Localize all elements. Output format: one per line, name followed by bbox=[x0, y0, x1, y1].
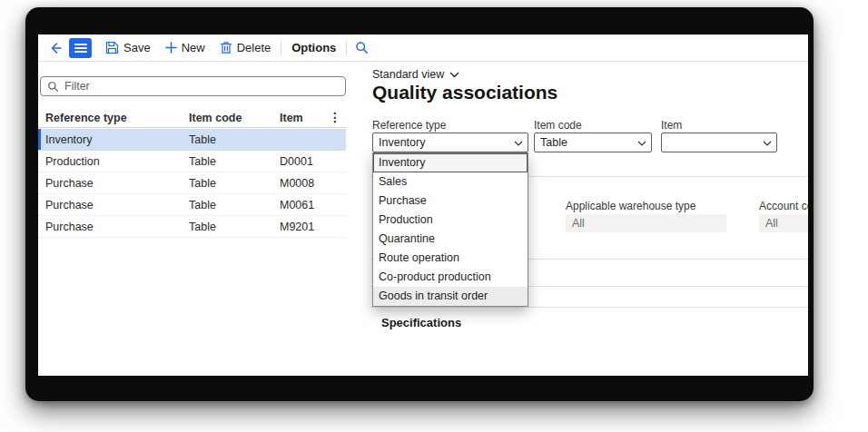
table-row[interactable]: Production Table D0001 bbox=[38, 151, 346, 172]
nav-menu-button[interactable] bbox=[69, 38, 92, 58]
app-content: Save New Delete Options bbox=[38, 34, 808, 376]
cell-reference-type: Purchase bbox=[45, 221, 94, 233]
applicable-warehouse-type-field: All bbox=[566, 214, 726, 232]
cell-item: M0008 bbox=[280, 177, 314, 190]
item-combobox[interactable] bbox=[661, 133, 777, 152]
column-header-item[interactable]: Item bbox=[280, 112, 303, 124]
search-button[interactable] bbox=[350, 34, 373, 61]
filter-box bbox=[40, 76, 346, 96]
filter-search-icon bbox=[47, 81, 59, 93]
chevron-down-icon bbox=[514, 141, 523, 146]
back-arrow-icon bbox=[48, 41, 63, 55]
options-menu[interactable]: Options bbox=[284, 34, 343, 61]
dropdown-option-production[interactable]: Production bbox=[373, 211, 528, 230]
delete-button[interactable]: Delete bbox=[212, 34, 279, 61]
dropdown-option-purchase[interactable]: Purchase bbox=[373, 191, 528, 211]
item-code-label: Item code bbox=[534, 119, 582, 132]
search-icon bbox=[355, 41, 369, 54]
app-window: Save New Delete Options bbox=[25, 7, 814, 401]
specifications-section-header[interactable]: Specifications bbox=[381, 316, 461, 329]
dropdown-option-co-product-production[interactable]: Co-product production bbox=[373, 268, 528, 287]
column-header-reference-type[interactable]: Reference type bbox=[45, 112, 127, 124]
dropdown-option-sales[interactable]: Sales bbox=[373, 172, 528, 191]
save-button[interactable]: Save bbox=[98, 34, 158, 61]
cell-item-code: Table bbox=[189, 133, 216, 146]
trash-icon bbox=[220, 41, 232, 54]
chevron-down-icon bbox=[449, 72, 459, 78]
cell-item-code: Table bbox=[189, 199, 216, 211]
item-code-combobox[interactable]: Table bbox=[534, 133, 652, 152]
page-title: Quality associations bbox=[372, 82, 557, 103]
account-code-field: All bbox=[759, 214, 808, 232]
toolbar-separator bbox=[281, 41, 281, 55]
more-options-icon[interactable]: ⋮ bbox=[329, 110, 341, 124]
dropdown-option-quarantine[interactable]: Quarantine bbox=[373, 230, 528, 249]
account-code-label: Account code bbox=[759, 200, 808, 212]
delete-label: Delete bbox=[237, 41, 271, 54]
cell-reference-type: Production bbox=[45, 155, 100, 168]
cell-item: M9201 bbox=[280, 221, 314, 233]
cell-reference-type: Purchase bbox=[45, 199, 94, 211]
chevron-down-icon bbox=[637, 141, 646, 146]
view-selector-label: Standard view bbox=[372, 68, 444, 81]
cell-reference-type: Inventory bbox=[45, 133, 92, 146]
new-label: New bbox=[182, 41, 205, 54]
detail-panel: Standard view Quality associations Refer… bbox=[370, 62, 808, 376]
column-header-item-code[interactable]: Item code bbox=[189, 112, 242, 124]
hamburger-icon bbox=[74, 43, 87, 54]
applicable-warehouse-type-label: Applicable warehouse type bbox=[566, 200, 695, 212]
new-button[interactable]: New bbox=[158, 34, 212, 61]
table-row[interactable]: Purchase Table M0061 bbox=[38, 194, 346, 216]
dropdown-option-route-operation[interactable]: Route operation bbox=[373, 249, 528, 268]
reference-type-value: Inventory bbox=[379, 136, 425, 149]
cell-item-code: Table bbox=[189, 155, 216, 168]
toolbar: Save New Delete Options bbox=[38, 34, 808, 62]
record-list-panel: Reference type Item code Item ⋮ Inventor… bbox=[38, 62, 348, 376]
section-divider bbox=[370, 307, 808, 308]
cell-item-code: Table bbox=[189, 177, 216, 190]
save-icon bbox=[105, 41, 119, 54]
grid-rows: Inventory Table Production Table D0001 P… bbox=[38, 129, 346, 238]
table-row[interactable]: Purchase Table M9201 bbox=[38, 216, 346, 238]
cell-item-code: Table bbox=[189, 221, 216, 233]
back-button[interactable] bbox=[44, 34, 67, 61]
cell-item: M0061 bbox=[280, 199, 314, 211]
item-code-value: Table bbox=[540, 136, 567, 149]
cell-item: D0001 bbox=[280, 155, 313, 168]
plus-icon bbox=[165, 42, 177, 54]
dropdown-option-goods-in-transit-order[interactable]: Goods in transit order bbox=[373, 287, 528, 306]
table-row[interactable]: Inventory Table bbox=[38, 129, 346, 151]
toolbar-separator bbox=[346, 41, 347, 55]
grid-header: Reference type Item code Item ⋮ bbox=[38, 109, 346, 128]
dropdown-option-inventory[interactable]: Inventory bbox=[373, 153, 528, 172]
table-row[interactable]: Purchase Table M0008 bbox=[38, 172, 346, 194]
cell-reference-type: Purchase bbox=[45, 177, 94, 190]
item-label: Item bbox=[661, 119, 682, 132]
filter-input[interactable] bbox=[64, 80, 339, 93]
reference-type-label: Reference type bbox=[372, 119, 446, 132]
chevron-down-icon bbox=[763, 141, 772, 146]
save-label: Save bbox=[123, 41, 151, 54]
reference-type-dropdown: Inventory Sales Purchase Production Quar… bbox=[372, 152, 528, 307]
view-selector[interactable]: Standard view bbox=[372, 68, 459, 81]
reference-type-combobox[interactable]: Inventory bbox=[372, 133, 528, 152]
options-label: Options bbox=[291, 41, 336, 54]
